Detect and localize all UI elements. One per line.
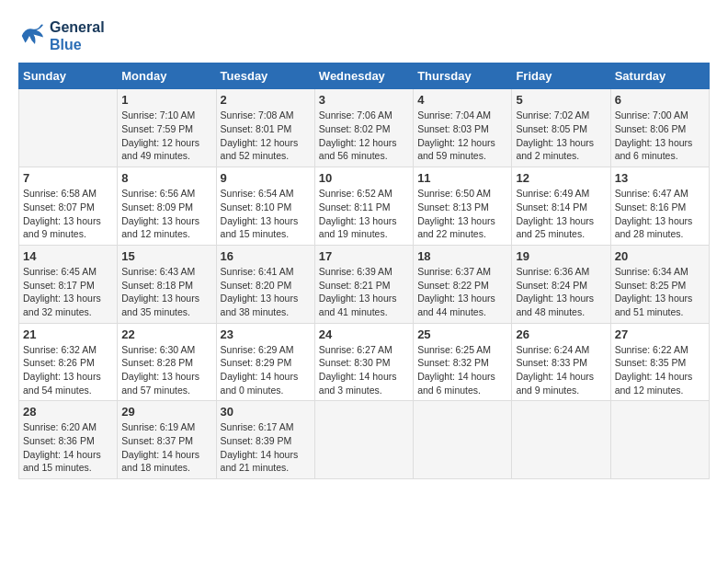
day-number: 13: [615, 171, 705, 185]
logo: General Blue: [18, 18, 105, 53]
calendar-cell: [314, 401, 413, 479]
calendar-cell: 2 Sunrise: 7:08 AMSunset: 8:01 PMDayligh…: [216, 89, 314, 167]
day-number: 19: [516, 249, 606, 263]
day-number: 8: [121, 171, 211, 185]
calendar-table: SundayMondayTuesdayWednesdayThursdayFrid…: [18, 63, 710, 479]
weekday-header: Thursday: [414, 63, 512, 89]
day-number: 14: [23, 249, 113, 263]
calendar-cell: 5 Sunrise: 7:02 AMSunset: 8:05 PMDayligh…: [512, 89, 610, 167]
calendar-cell: [512, 401, 610, 479]
weekday-header: Friday: [512, 63, 610, 89]
calendar-week-row: 1 Sunrise: 7:10 AMSunset: 7:59 PMDayligh…: [19, 89, 710, 167]
day-info: Sunrise: 6:58 AMSunset: 8:07 PMDaylight:…: [23, 187, 113, 241]
day-number: 3: [319, 93, 409, 107]
day-number: 17: [319, 249, 409, 263]
calendar-cell: 27 Sunrise: 6:22 AMSunset: 8:35 PMDaylig…: [610, 323, 709, 401]
weekday-header: Monday: [118, 63, 216, 89]
day-number: 26: [516, 327, 606, 341]
day-number: 9: [221, 171, 311, 185]
calendar-week-row: 28 Sunrise: 6:20 AMSunset: 8:36 PMDaylig…: [19, 401, 710, 479]
day-info: Sunrise: 6:17 AMSunset: 8:39 PMDaylight:…: [221, 420, 311, 475]
day-number: 29: [121, 405, 211, 419]
calendar-cell: 20 Sunrise: 6:34 AMSunset: 8:25 PMDaylig…: [610, 245, 709, 323]
calendar-cell: 15 Sunrise: 6:43 AMSunset: 8:18 PMDaylig…: [118, 245, 216, 323]
day-number: 6: [615, 93, 705, 107]
day-number: 22: [121, 327, 211, 341]
day-info: Sunrise: 6:24 AMSunset: 8:33 PMDaylight:…: [516, 343, 606, 397]
calendar-cell: 16 Sunrise: 6:41 AMSunset: 8:20 PMDaylig…: [216, 245, 314, 323]
day-number: 2: [221, 93, 311, 107]
calendar-cell: [19, 89, 118, 167]
weekday-row: SundayMondayTuesdayWednesdayThursdayFrid…: [19, 63, 710, 89]
day-number: 10: [319, 171, 409, 185]
day-number: 1: [121, 93, 211, 107]
logo-text: General Blue: [50, 18, 105, 53]
calendar-cell: 23 Sunrise: 6:29 AMSunset: 8:29 PMDaylig…: [216, 323, 314, 401]
day-info: Sunrise: 7:10 AMSunset: 7:59 PMDaylight:…: [121, 109, 211, 163]
day-number: 7: [23, 171, 113, 185]
calendar-cell: 28 Sunrise: 6:20 AMSunset: 8:36 PMDaylig…: [19, 401, 118, 479]
day-number: 20: [615, 249, 705, 263]
day-number: 12: [516, 171, 606, 185]
weekday-header: Tuesday: [216, 63, 314, 89]
day-info: Sunrise: 7:08 AMSunset: 8:01 PMDaylight:…: [221, 109, 311, 163]
calendar-cell: 11 Sunrise: 6:50 AMSunset: 8:13 PMDaylig…: [414, 167, 512, 246]
calendar-week-row: 14 Sunrise: 6:45 AMSunset: 8:17 PMDaylig…: [19, 245, 710, 323]
calendar-cell: 29 Sunrise: 6:19 AMSunset: 8:37 PMDaylig…: [118, 401, 216, 479]
page-header: General Blue: [18, 18, 710, 53]
calendar-cell: 30 Sunrise: 6:17 AMSunset: 8:39 PMDaylig…: [216, 401, 314, 479]
day-info: Sunrise: 7:00 AMSunset: 8:06 PMDaylight:…: [615, 109, 705, 163]
calendar-cell: 21 Sunrise: 6:32 AMSunset: 8:26 PMDaylig…: [19, 323, 118, 401]
calendar-cell: 1 Sunrise: 7:10 AMSunset: 7:59 PMDayligh…: [118, 89, 216, 167]
day-info: Sunrise: 6:34 AMSunset: 8:25 PMDaylight:…: [615, 265, 705, 319]
weekday-header: Wednesday: [314, 63, 413, 89]
calendar-cell: 19 Sunrise: 6:36 AMSunset: 8:24 PMDaylig…: [512, 245, 610, 323]
calendar-cell: 13 Sunrise: 6:47 AMSunset: 8:16 PMDaylig…: [610, 167, 709, 246]
calendar-cell: 12 Sunrise: 6:49 AMSunset: 8:14 PMDaylig…: [512, 167, 610, 246]
day-info: Sunrise: 6:43 AMSunset: 8:18 PMDaylight:…: [121, 265, 211, 319]
calendar-cell: 10 Sunrise: 6:52 AMSunset: 8:11 PMDaylig…: [314, 167, 413, 246]
day-info: Sunrise: 7:06 AMSunset: 8:02 PMDaylight:…: [319, 109, 409, 163]
calendar-cell: 9 Sunrise: 6:54 AMSunset: 8:10 PMDayligh…: [216, 167, 314, 246]
calendar-cell: 4 Sunrise: 7:04 AMSunset: 8:03 PMDayligh…: [414, 89, 512, 167]
day-info: Sunrise: 7:04 AMSunset: 8:03 PMDaylight:…: [417, 109, 507, 163]
day-info: Sunrise: 6:25 AMSunset: 8:32 PMDaylight:…: [417, 343, 507, 397]
day-info: Sunrise: 6:56 AMSunset: 8:09 PMDaylight:…: [121, 187, 211, 241]
calendar-cell: 7 Sunrise: 6:58 AMSunset: 8:07 PMDayligh…: [19, 167, 118, 246]
day-info: Sunrise: 6:50 AMSunset: 8:13 PMDaylight:…: [417, 187, 507, 241]
calendar-cell: [414, 401, 512, 479]
day-info: Sunrise: 6:37 AMSunset: 8:22 PMDaylight:…: [417, 265, 507, 319]
day-info: Sunrise: 6:47 AMSunset: 8:16 PMDaylight:…: [615, 187, 705, 241]
calendar-cell: 6 Sunrise: 7:00 AMSunset: 8:06 PMDayligh…: [610, 89, 709, 167]
calendar-cell: 24 Sunrise: 6:27 AMSunset: 8:30 PMDaylig…: [314, 323, 413, 401]
day-info: Sunrise: 6:39 AMSunset: 8:21 PMDaylight:…: [319, 265, 409, 319]
day-number: 27: [615, 327, 705, 341]
weekday-header: Saturday: [610, 63, 709, 89]
day-info: Sunrise: 6:22 AMSunset: 8:35 PMDaylight:…: [615, 343, 705, 397]
day-number: 5: [516, 93, 606, 107]
logo-icon: [18, 22, 46, 50]
day-number: 30: [221, 405, 311, 419]
day-info: Sunrise: 6:49 AMSunset: 8:14 PMDaylight:…: [516, 187, 606, 241]
day-info: Sunrise: 6:19 AMSunset: 8:37 PMDaylight:…: [121, 420, 211, 475]
day-number: 4: [417, 93, 507, 107]
day-number: 24: [319, 327, 409, 341]
calendar-week-row: 21 Sunrise: 6:32 AMSunset: 8:26 PMDaylig…: [19, 323, 710, 401]
calendar-cell: 3 Sunrise: 7:06 AMSunset: 8:02 PMDayligh…: [314, 89, 413, 167]
day-number: 28: [23, 405, 113, 419]
day-number: 18: [417, 249, 507, 263]
day-info: Sunrise: 6:52 AMSunset: 8:11 PMDaylight:…: [319, 187, 409, 241]
day-info: Sunrise: 6:32 AMSunset: 8:26 PMDaylight:…: [23, 343, 113, 397]
calendar-cell: 17 Sunrise: 6:39 AMSunset: 8:21 PMDaylig…: [314, 245, 413, 323]
calendar-cell: 18 Sunrise: 6:37 AMSunset: 8:22 PMDaylig…: [414, 245, 512, 323]
day-info: Sunrise: 6:36 AMSunset: 8:24 PMDaylight:…: [516, 265, 606, 319]
day-info: Sunrise: 6:20 AMSunset: 8:36 PMDaylight:…: [23, 420, 113, 475]
day-info: Sunrise: 6:29 AMSunset: 8:29 PMDaylight:…: [221, 343, 311, 397]
day-info: Sunrise: 7:02 AMSunset: 8:05 PMDaylight:…: [516, 109, 606, 163]
day-number: 11: [417, 171, 507, 185]
calendar-cell: 25 Sunrise: 6:25 AMSunset: 8:32 PMDaylig…: [414, 323, 512, 401]
day-number: 15: [121, 249, 211, 263]
day-info: Sunrise: 6:54 AMSunset: 8:10 PMDaylight:…: [221, 187, 311, 241]
calendar-cell: 8 Sunrise: 6:56 AMSunset: 8:09 PMDayligh…: [118, 167, 216, 246]
day-number: 16: [221, 249, 311, 263]
